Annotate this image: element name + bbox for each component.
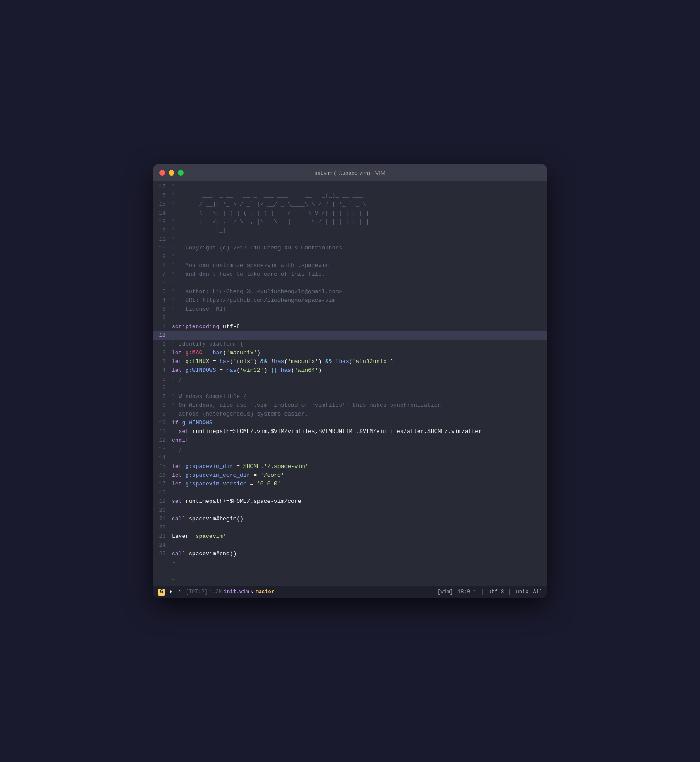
tilde-line: [153, 567, 547, 576]
statusbar-branch: master: [256, 589, 274, 595]
statusbar-mode: [vim]: [437, 589, 453, 595]
table-row: 1 " Identify platform {: [153, 340, 547, 349]
table-row: 14: [153, 454, 547, 462]
table-row: 14 " \__ \| |_) | (_| | (_| __/_____\ V …: [153, 209, 547, 218]
table-row: 19 set runtimepath+=$HOME/.space-vim/cor…: [153, 497, 547, 506]
vim-window: init.vim (~/.space-vim) - VIM 17 " _ 16 …: [153, 164, 547, 598]
table-row: 3 " License: MIT: [153, 305, 547, 314]
table-row: 17 " _: [153, 183, 547, 191]
table-row: 22: [153, 523, 547, 532]
table-row: 17 let g:spacevim_version = '0.6.0': [153, 480, 547, 488]
table-row: 15 " / __|| '_ \ / _` |/ __/ _ \____\ \ …: [153, 200, 547, 209]
table-row: 9 ": [153, 253, 547, 261]
table-row: 8 " On Windows, also use '.vim' instead …: [153, 401, 547, 410]
tilde-line: ~: [153, 558, 547, 567]
table-row: 5 " Author: Liu-Cheng Xu <xuliuchengxlc@…: [153, 287, 547, 296]
tilde-line: ~: [153, 576, 547, 585]
table-row: 4 let g:WINDOWS = has('win32') || has('w…: [153, 366, 547, 375]
table-row: 6: [153, 384, 547, 392]
statusbar-os: unix: [516, 589, 529, 595]
table-row: 10 if g:WINDOWS: [153, 419, 547, 427]
statusbar-filename: init.vim: [224, 589, 249, 595]
statusbar-sep2: |: [508, 589, 511, 595]
close-button[interactable]: [159, 170, 165, 176]
window-title: init.vim (~/.space-vim) - VIM: [315, 170, 385, 176]
table-row: 12 " |_|: [153, 226, 547, 235]
table-row: 2 let g:MAC = has('macunix'): [153, 349, 547, 357]
table-row: 21 call spacevim#begin(): [153, 515, 547, 523]
minimize-button[interactable]: [169, 170, 174, 176]
code-area[interactable]: 17 " _ 16 " ___ _ __ __ _ ___ ___ __ _(_…: [153, 181, 547, 586]
maximize-button[interactable]: [178, 170, 184, 176]
table-row: 13 " }: [153, 445, 547, 454]
table-row: 20: [153, 506, 547, 515]
statusbar-encoding: utf-8: [488, 589, 504, 595]
statusbar-num2-val: 1: [176, 588, 184, 596]
branch-icon: ⌥: [250, 589, 253, 596]
statusbar-tot: [TOT:2]: [186, 589, 208, 595]
table-row: 4 " URL: https://github.com/liuchengxu/s…: [153, 296, 547, 305]
statusbar: 6 ♦ 1 [TOT:2] 1.2k init.vim ⌥ master [vi…: [153, 586, 547, 598]
statusbar-num2: ♦: [167, 588, 174, 596]
table-row: 16 let g:spacevim_core_dir = '/core': [153, 471, 547, 480]
statusbar-scroll: All: [533, 589, 542, 595]
traffic-lights: [159, 170, 184, 176]
table-row: 7 " Windows Compatible {: [153, 392, 547, 401]
table-row: 16 " ___ _ __ __ _ ___ ___ __ _(_)_ __ _…: [153, 191, 547, 200]
table-row: 13 " |___/| .__/ \__,_|\___\___| \_/ |_|…: [153, 218, 547, 226]
table-row: 11 set runtimepath=$HOME/.vim,$VIM/vimfi…: [153, 427, 547, 436]
table-row: 24: [153, 541, 547, 550]
table-row: 7 " and don't have to take care of this …: [153, 270, 547, 279]
table-row: 3 let g:LINUX = has('unix') && !has('mac…: [153, 357, 547, 366]
table-row: 9 " across (heterogeneous) systems easie…: [153, 410, 547, 419]
table-row: 6 ": [153, 279, 547, 287]
table-row: 8 " You can customize space-vim with .sp…: [153, 261, 547, 270]
titlebar: init.vim (~/.space-vim) - VIM: [153, 164, 547, 181]
table-row: 12 endif: [153, 436, 547, 445]
statusbar-position: 18:0-1: [457, 589, 476, 595]
table-row: 15 let g:spacevim_dir = $HOME.'/.space-v…: [153, 462, 547, 471]
table-row: 18: [153, 488, 547, 497]
editor[interactable]: 17 " _ 16 " ___ _ __ __ _ ___ ___ __ _(_…: [153, 181, 547, 586]
table-row: 5 " }: [153, 375, 547, 384]
table-row: 25 call spacevim#end(): [153, 550, 547, 558]
statusbar-sep1: |: [481, 589, 484, 595]
statusbar-num1: 6: [158, 589, 165, 596]
table-row: 11 ": [153, 235, 547, 244]
table-row: 1 scriptencoding utf-8: [153, 322, 547, 331]
statusbar-size: 1.2k: [209, 589, 222, 595]
separator-line-18: 18: [153, 331, 547, 340]
statusbar-right: [vim] 18:0-1 | utf-8 | unix All: [437, 589, 542, 595]
table-row: 2: [153, 314, 547, 322]
table-row: 23 Layer 'spacevim': [153, 532, 547, 541]
table-row: 10 " Copyright (c) 2017 Liu-Cheng Xu & C…: [153, 244, 547, 253]
